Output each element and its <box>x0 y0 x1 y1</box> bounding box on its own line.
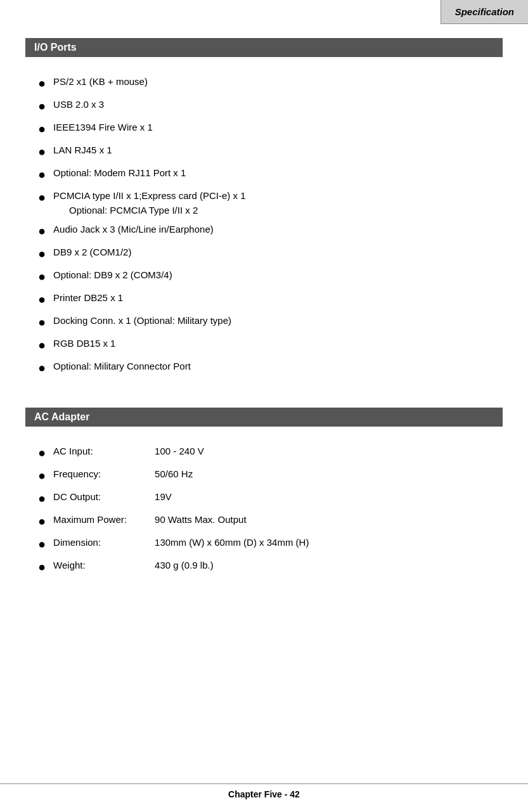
list-item: ● USB 2.0 x 3 <box>25 98 503 115</box>
list-item: ● Optional: DB9 x 2 (COM3/4) <box>25 268 503 286</box>
item-text: Optional: Military Connector Port <box>53 359 191 374</box>
item-text: DB9 x 2 (COM1/2) <box>53 245 131 260</box>
item-text: AC Input: 100 - 240 V <box>53 444 204 459</box>
ac-adapter-title: AC Adapter <box>34 411 89 422</box>
io-ports-body: ● PS/2 x1 (KB + mouse) ● USB 2.0 x 3 ● I… <box>25 68 503 389</box>
footer-label: Chapter Five - 42 <box>228 789 300 799</box>
item-text: PS/2 x1 (KB + mouse) <box>53 75 148 89</box>
spec-tab-label: Specification <box>455 6 514 17</box>
bullet-icon: ● <box>38 119 46 138</box>
item-text: PCMCIA type I/II x 1;Express card (PCI-e… <box>53 189 245 217</box>
bullet-icon: ● <box>38 358 46 377</box>
item-text: Dimension: 130mm (W) x 60mm (D) x 34mm (… <box>53 536 309 550</box>
list-item: ● PS/2 x1 (KB + mouse) <box>25 75 503 93</box>
item-value: 100 - 240 V <box>155 444 204 459</box>
bullet-icon: ● <box>38 96 46 115</box>
item-text: DC Output: 19V <box>53 490 172 505</box>
bullet-icon: ● <box>38 74 46 93</box>
item-text: Maximum Power: 90 Watts Max. Output <box>53 513 247 527</box>
item-text: LAN RJ45 x 1 <box>53 143 112 158</box>
spec-tab: Specification <box>441 0 528 24</box>
bullet-icon: ● <box>38 443 46 462</box>
page-footer: Chapter Five - 42 <box>0 783 528 799</box>
bullet-icon: ● <box>38 534 46 553</box>
bullet-icon: ● <box>38 313 46 332</box>
item-value: 130mm (W) x 60mm (D) x 34mm (H) <box>155 536 309 550</box>
io-ports-title: I/O Ports <box>34 42 77 53</box>
bullet-icon: ● <box>38 290 46 309</box>
item-label: DC Output: <box>53 490 155 505</box>
ac-adapter-list: ● AC Input: 100 - 240 V ● Frequency: 50/… <box>25 444 503 576</box>
list-item: ● Docking Conn. x 1 (Optional: Military … <box>25 314 503 332</box>
item-text: USB 2.0 x 3 <box>53 98 104 112</box>
item-text: Frequency: 50/60 Hz <box>53 467 193 482</box>
item-label: AC Input: <box>53 444 155 459</box>
list-item: ● Printer DB25 x 1 <box>25 291 503 309</box>
bullet-icon: ● <box>38 512 46 531</box>
bullet-icon: ● <box>38 557 46 576</box>
io-ports-list: ● PS/2 x1 (KB + mouse) ● USB 2.0 x 3 ● I… <box>25 75 503 377</box>
item-text: Audio Jack x 3 (Mic/Line in/Earphone) <box>53 222 214 237</box>
bullet-icon: ● <box>38 165 46 184</box>
ac-adapter-header: AC Adapter <box>25 408 503 427</box>
list-item: ● Frequency: 50/60 Hz <box>25 467 503 485</box>
bullet-icon: ● <box>38 335 46 354</box>
item-label: Weight: <box>53 558 155 573</box>
list-item: ● LAN RJ45 x 1 <box>25 143 503 161</box>
bullet-icon: ● <box>38 142 46 161</box>
list-item: ● Weight: 430 g (0.9 lb.) <box>25 558 503 576</box>
item-text: RGB DB15 x 1 <box>53 337 115 351</box>
ac-adapter-body: ● AC Input: 100 - 240 V ● Frequency: 50/… <box>25 438 503 588</box>
item-label: Frequency: <box>53 467 155 482</box>
list-item: ● PCMCIA type I/II x 1;Express card (PCI… <box>25 189 503 217</box>
item-value: 90 Watts Max. Output <box>155 513 247 527</box>
item-value: 19V <box>155 490 172 505</box>
item-text: Optional: Modem RJ11 Port x 1 <box>53 166 186 181</box>
item-text: IEEE1394 Fire Wire x 1 <box>53 120 153 135</box>
list-item: ● IEEE1394 Fire Wire x 1 <box>25 120 503 138</box>
item-text: Weight: 430 g (0.9 lb.) <box>53 558 214 573</box>
bullet-icon: ● <box>38 267 46 286</box>
io-ports-header: I/O Ports <box>25 38 503 57</box>
list-item: ● DB9 x 2 (COM1/2) <box>25 245 503 263</box>
list-item: ● DC Output: 19V <box>25 490 503 508</box>
list-item: ● Optional: Modem RJ11 Port x 1 <box>25 166 503 184</box>
bullet-icon: ● <box>38 244 46 263</box>
item-value: 430 g (0.9 lb.) <box>155 558 214 573</box>
io-ports-section: I/O Ports ● PS/2 x1 (KB + mouse) ● USB 2… <box>25 38 503 389</box>
list-item: ● Audio Jack x 3 (Mic/Line in/Earphone) <box>25 222 503 240</box>
item-value: 50/60 Hz <box>155 467 193 482</box>
bullet-icon: ● <box>38 466 46 485</box>
item-text: Printer DB25 x 1 <box>53 291 123 306</box>
item-label: Dimension: <box>53 536 155 550</box>
bullet-icon: ● <box>38 188 46 207</box>
item-text: Docking Conn. x 1 (Optional: Military ty… <box>53 314 231 328</box>
content-area: I/O Ports ● PS/2 x1 (KB + mouse) ● USB 2… <box>0 0 528 619</box>
list-item: ● Dimension: 130mm (W) x 60mm (D) x 34mm… <box>25 536 503 553</box>
list-item: ● AC Input: 100 - 240 V <box>25 444 503 462</box>
list-item: ● Optional: Military Connector Port <box>25 359 503 377</box>
ac-adapter-section: AC Adapter ● AC Input: 100 - 240 V ● Fr <box>25 408 503 588</box>
bullet-icon: ● <box>38 489 46 508</box>
bullet-icon: ● <box>38 221 46 240</box>
page-container: Specification I/O Ports ● PS/2 x1 (KB + … <box>0 0 528 812</box>
list-item: ● Maximum Power: 90 Watts Max. Output <box>25 513 503 531</box>
list-item: ● RGB DB15 x 1 <box>25 337 503 354</box>
item-label: Maximum Power: <box>53 513 155 527</box>
item-text: Optional: DB9 x 2 (COM3/4) <box>53 268 172 283</box>
